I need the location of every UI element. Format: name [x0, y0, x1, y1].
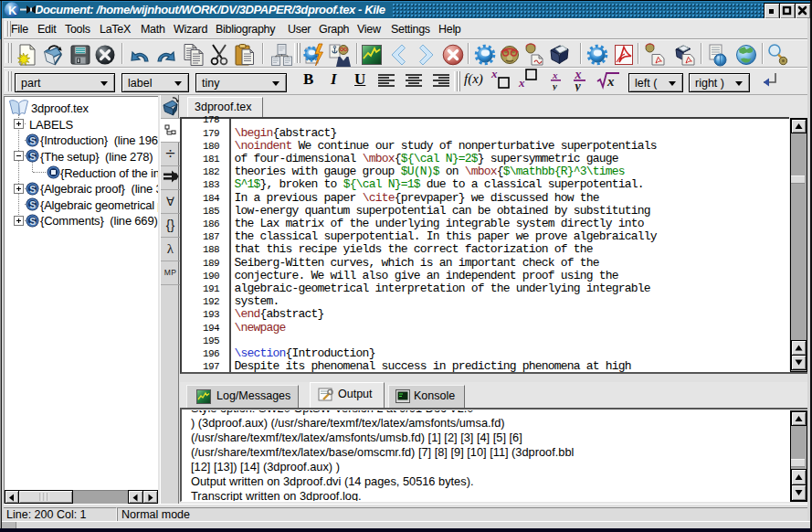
svg-text:S: S — [29, 215, 36, 226]
svg-text:S: S — [29, 183, 36, 194]
svg-text:y: y — [551, 80, 557, 90]
svg-text:x: x — [606, 74, 615, 89]
svg-text:y: y — [574, 80, 582, 91]
svg-text:x: x — [552, 70, 558, 80]
svg-text:S: S — [29, 134, 36, 145]
svg-text:S: S — [29, 199, 36, 210]
svg-text:K: K — [8, 4, 17, 17]
svg-text:S: S — [29, 151, 36, 162]
